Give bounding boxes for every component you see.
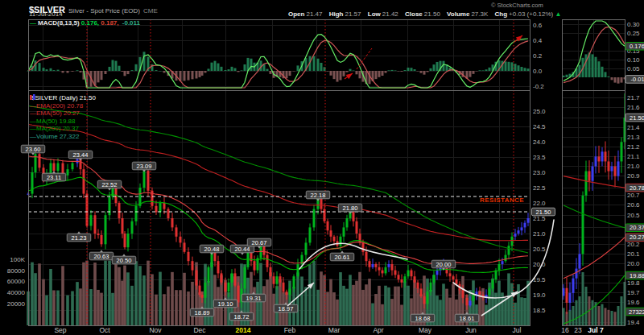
volume-bar <box>167 287 170 325</box>
mini-candle-body <box>585 172 588 196</box>
candle-body <box>362 242 365 251</box>
candle-body <box>391 264 394 271</box>
price-callout-text: 22.18 <box>311 192 326 199</box>
macd-histogram-bar <box>62 71 64 72</box>
candle-body <box>343 227 345 236</box>
axis-label: 23.0 <box>533 169 546 176</box>
volume-bar <box>308 264 312 325</box>
macd-histogram-bar <box>391 70 394 71</box>
volume-bar <box>66 296 69 325</box>
mini-volume-bar <box>617 306 620 325</box>
macd-histogram-bar <box>514 64 517 71</box>
volume-bar <box>329 279 332 325</box>
candle-body <box>163 203 166 209</box>
axis-label: 19.8 <box>627 279 640 287</box>
macd-histogram-bar <box>208 68 210 71</box>
quote-bar: Open21.47 High21.57 Low21.42 Close21.50 … <box>283 11 561 18</box>
mini-volume-bar <box>579 296 581 325</box>
candle-body <box>196 271 198 286</box>
macd-histogram-bar <box>423 71 426 75</box>
macd-legend: —MACD(8,13,5) 0.176, 0.187, -0.011 <box>30 20 140 27</box>
volume-bar <box>52 290 56 325</box>
copyright: © StockCharts.com <box>491 2 543 9</box>
macd-histogram-bar <box>489 68 491 71</box>
mini-macd-axis-box-text: 0.176 <box>630 43 644 50</box>
macd-histogram-bar <box>527 68 530 71</box>
volume-bar <box>183 273 186 325</box>
candle-body <box>427 292 429 304</box>
mini-macd-axis-box-text: -0.011 <box>631 76 644 83</box>
x-axis-month-label: Oct <box>99 326 110 334</box>
candle-body <box>382 271 384 274</box>
macd-histogram-bar <box>479 70 481 71</box>
candle-body <box>289 288 291 295</box>
price-callout-text: 20.63 <box>94 253 109 260</box>
mini-candle-body <box>598 156 601 161</box>
mini-axis-box-text: 20.78 <box>630 184 644 192</box>
axis-label: 21.4 <box>627 124 640 131</box>
candle-body <box>109 196 111 215</box>
candle-body <box>221 273 223 282</box>
x-axis-month-label: Jul <box>513 326 522 334</box>
axis-label: 20.6 <box>627 201 640 209</box>
volume-bar <box>336 300 339 325</box>
candle-body <box>204 283 207 298</box>
candle-body <box>521 227 523 230</box>
macd-histogram-bar <box>469 71 472 77</box>
candle-body <box>414 276 416 283</box>
candle-body <box>122 218 124 234</box>
macd-histogram-bar <box>340 71 342 80</box>
macd-histogram-bar <box>228 69 230 71</box>
x-axis-month-label: Sep <box>54 326 66 334</box>
axis-label: 22.0 <box>533 200 546 207</box>
macd-histogram-bar <box>244 64 246 71</box>
axis-label: 19.7 <box>627 289 640 296</box>
candle-body <box>449 273 452 276</box>
mini-volume-bar <box>563 308 565 325</box>
mini-candle-body <box>595 156 597 166</box>
volume-bar <box>45 296 48 325</box>
chart-root: 25.024.524.023.523.022.522.021.521.020.5… <box>0 0 644 335</box>
volume-bar <box>510 283 514 325</box>
mini-volume-axis-box-text: 27322 <box>629 308 644 316</box>
macd-histogram-bar <box>109 67 111 71</box>
price-callout-text: 21.23 <box>72 234 87 242</box>
candle-body <box>143 171 146 188</box>
mini-candle-body <box>576 269 578 279</box>
volume-bar <box>111 293 114 325</box>
macd-histogram-bar <box>476 71 478 72</box>
candle-body <box>101 235 103 244</box>
candle-body <box>67 169 69 176</box>
macd-histogram-bar <box>97 71 100 82</box>
macd-histogram-bar <box>131 70 134 71</box>
volume-bar <box>368 279 371 325</box>
volume-bar <box>526 281 530 325</box>
axis-label: 19.6 <box>627 299 640 306</box>
mini-volume-bar <box>576 300 578 325</box>
volume-bar <box>452 284 455 325</box>
macd-histogram-bar <box>201 71 204 76</box>
macd-histogram-bar <box>398 71 400 72</box>
candle-body <box>420 288 423 296</box>
volume-bar <box>504 298 507 325</box>
volume-bar <box>191 282 194 325</box>
volume-label: Volume <box>447 10 469 18</box>
close-label: Close <box>405 10 423 18</box>
candle-body <box>473 295 475 301</box>
price-callout-text: 18.89 <box>195 309 210 316</box>
axis-label: 18.5 <box>533 307 546 314</box>
macd-histogram-bar <box>211 63 213 71</box>
candle-body <box>225 283 227 292</box>
macd-histogram-bar <box>127 71 130 74</box>
macd-histogram-bar <box>320 63 323 71</box>
candle-body <box>462 290 464 298</box>
volume-bar <box>175 290 178 325</box>
volume-bar <box>326 292 329 325</box>
candle-body <box>489 288 491 295</box>
candle-body <box>237 286 240 303</box>
chg-value: +0.03 (+0.12%) <box>509 10 553 18</box>
candle-body <box>401 279 403 283</box>
candle-body <box>127 234 130 247</box>
candle-body <box>171 218 174 227</box>
mini-macd-histogram-bar <box>608 77 610 77</box>
